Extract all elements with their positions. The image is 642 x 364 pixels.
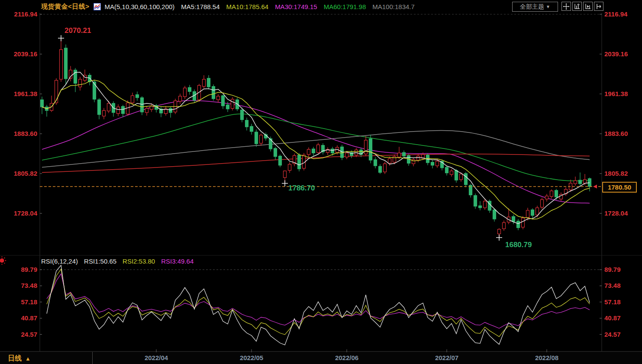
rsi3-value: RSI3:49.64 — [161, 258, 194, 265]
ma-line-ma200 — [42, 154, 590, 173]
svg-text:1805.82: 1805.82 — [14, 170, 37, 177]
svg-text:57.18: 57.18 — [604, 298, 621, 306]
svg-text:1680.79: 1680.79 — [505, 241, 532, 249]
current-price-line — [40, 184, 602, 188]
bottom-bar-divider — [92, 352, 93, 364]
theme-dropdown-label: 全部主题 — [520, 3, 544, 11]
trading-app: 2070.211786.701680.792116.942116.942039.… — [0, 0, 642, 364]
rsi-line-rsi2 — [47, 269, 590, 337]
last-price-marker — [593, 184, 597, 188]
axis-labels: 2116.942116.942039.162039.161961.381961.… — [14, 10, 628, 338]
svg-text:2039.16: 2039.16 — [14, 50, 37, 58]
rsi1-value: RSI1:50.65 — [84, 258, 116, 265]
candles — [41, 38, 591, 238]
rsi-formula: RSI(6,12,24) — [41, 258, 78, 265]
rsi-line-rsi1 — [47, 265, 590, 345]
svg-text:2022/08: 2022/08 — [535, 354, 558, 361]
svg-text:89.79: 89.79 — [21, 266, 37, 273]
ma-line-ma10 — [42, 80, 590, 219]
price-annotations: 2070.211786.701680.79 — [58, 26, 532, 249]
rsi-line-rsi3 — [47, 274, 590, 329]
svg-text:2022/04: 2022/04 — [145, 354, 168, 361]
instrument-title: 现货黄金<日线> — [41, 3, 90, 11]
svg-text:1883.60: 1883.60 — [604, 130, 628, 137]
rsi-lines — [47, 265, 590, 345]
svg-text:24.57: 24.57 — [604, 331, 621, 338]
time-axis: 2022/042022/052022/062022/072022/08 — [0, 349, 642, 364]
svg-text:2022/07: 2022/07 — [435, 354, 458, 361]
ma-formula: MA(5,10,30,60,100,200) — [105, 3, 175, 10]
ma10-value: MA10:1785.64 — [226, 3, 269, 10]
short-ma-lines — [42, 72, 590, 224]
svg-text:1728.04: 1728.04 — [14, 209, 38, 217]
long-ma-lines — [42, 100, 590, 203]
period-label: 日线 — [8, 354, 22, 363]
chart-header: 现货黄金<日线> MA(5,10,30,60,100,200) MA5:1788… — [41, 0, 415, 13]
svg-text:2116.94: 2116.94 — [14, 10, 38, 18]
zoom-y-axis-button[interactable] — [572, 2, 582, 11]
svg-text:73.48: 73.48 — [21, 282, 37, 289]
svg-text:57.18: 57.18 — [21, 298, 37, 306]
ma-line-ma5 — [42, 72, 590, 224]
svg-text:73.48: 73.48 — [604, 282, 621, 289]
svg-text:1961.38: 1961.38 — [14, 90, 37, 97]
svg-text:1883.60: 1883.60 — [14, 130, 37, 137]
svg-text:2022/05: 2022/05 — [240, 354, 263, 361]
theme-dropdown[interactable]: 全部主题 ▼ — [512, 2, 558, 12]
ma-line-ma100 — [42, 130, 590, 167]
chart-canvas[interactable]: 2070.211786.701680.792116.942116.942039.… — [0, 0, 642, 364]
svg-text:1961.38: 1961.38 — [604, 90, 628, 97]
move-crosshair-icon — [563, 3, 570, 10]
rsi2-value: RSI2:53.80 — [123, 258, 155, 265]
svg-text:2116.94: 2116.94 — [604, 10, 628, 18]
current-price-tag: 1780.50 — [602, 182, 637, 193]
svg-text:2039.16: 2039.16 — [604, 50, 628, 58]
ma5-value: MA5:1788.54 — [181, 3, 219, 10]
svg-text:1728.04: 1728.04 — [604, 209, 628, 217]
period-selector[interactable]: 日线 ▲ — [8, 354, 31, 363]
zoom-x-axis-button[interactable] — [583, 2, 593, 11]
ma30-value: MA30:1749.15 — [275, 3, 317, 10]
ma60-value: MA60:1791.98 — [324, 3, 366, 10]
svg-text:40.87: 40.87 — [604, 314, 621, 322]
zoom-x-axis-icon — [584, 3, 591, 10]
move-crosshair-button[interactable] — [561, 2, 571, 11]
ma100-value: MA100:1834.7 — [372, 3, 415, 10]
svg-text:89.79: 89.79 — [604, 266, 621, 273]
rsi-header: RSI(6,12,24) RSI1:50.65 RSI2:53.80 RSI3:… — [41, 258, 194, 265]
svg-text:1786.70: 1786.70 — [288, 184, 315, 192]
svg-text:2022/06: 2022/06 — [335, 354, 358, 361]
pan-right-button[interactable] — [594, 2, 603, 11]
pan-right-icon — [595, 3, 602, 10]
svg-text:1805.82: 1805.82 — [604, 170, 628, 177]
svg-text:40.87: 40.87 — [21, 314, 37, 322]
ma-line-ma30 — [42, 100, 590, 203]
zoom-y-axis-icon — [574, 3, 581, 10]
svg-text:24.57: 24.57 — [21, 331, 37, 338]
ma-line-ma60 — [42, 114, 590, 180]
line-chart-icon[interactable] — [94, 3, 101, 10]
triangle-up-icon: ▲ — [25, 355, 31, 362]
svg-text:2070.21: 2070.21 — [65, 26, 91, 35]
alert-sun-icon — [0, 257, 6, 265]
grid-lines — [0, 13, 642, 351]
chevron-down-icon: ▼ — [546, 4, 550, 9]
